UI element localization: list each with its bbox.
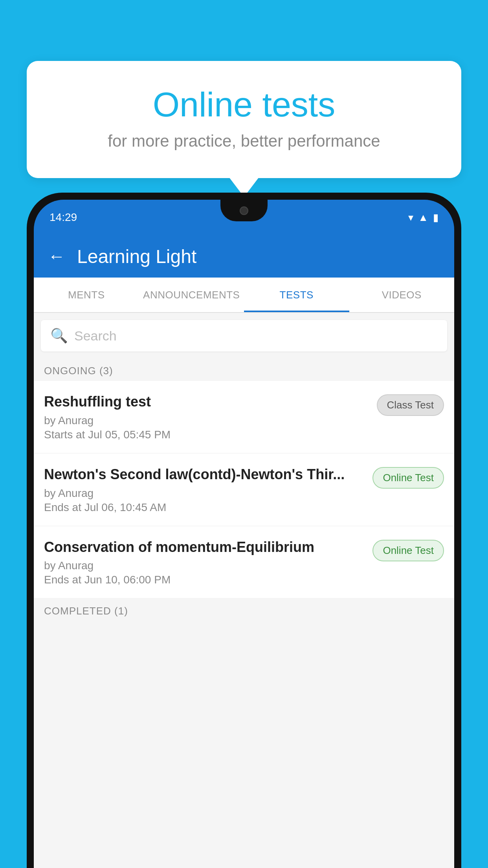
status-bar: 14:29 ▾ ▲ ▮	[34, 200, 454, 235]
test-item[interactable]: Newton's Second law(contd)-Newton's Thir…	[34, 454, 454, 526]
test-time: Starts at Jul 05, 05:45 PM	[44, 428, 369, 441]
content-area: 🔍 Search ONGOING (3) Reshuffling test by…	[34, 313, 454, 868]
test-by: by Anurag	[44, 559, 365, 572]
back-button[interactable]: ←	[48, 248, 65, 265]
phone-inner: 14:29 ▾ ▲ ▮ ← Learning Light MENTS ANNOU…	[34, 200, 454, 868]
app-title: Learning Light	[77, 246, 196, 267]
test-badge: Class Test	[377, 394, 444, 416]
test-info: Newton's Second law(contd)-Newton's Thir…	[44, 465, 372, 514]
test-item[interactable]: Reshuffling test by Anurag Starts at Jul…	[34, 381, 454, 453]
test-info: Conservation of momentum-Equilibrium by …	[44, 538, 372, 587]
test-name: Reshuffling test	[44, 393, 369, 411]
notch	[220, 200, 268, 221]
wifi-icon: ▾	[408, 211, 413, 224]
bubble-subtitle: for more practice, better performance	[46, 132, 442, 151]
status-time: 14:29	[50, 211, 77, 224]
app-bar: ← Learning Light	[34, 235, 454, 278]
test-by: by Anurag	[44, 487, 365, 500]
tab-bar: MENTS ANNOUNCEMENTS TESTS VIDEOS	[34, 278, 454, 313]
test-badge: Online Test	[372, 540, 444, 561]
test-badge: Online Test	[372, 467, 444, 489]
tab-announcements[interactable]: ANNOUNCEMENTS	[139, 278, 244, 312]
search-icon: 🔍	[50, 327, 68, 344]
search-bar[interactable]: 🔍 Search	[41, 320, 447, 351]
ongoing-section-header: ONGOING (3)	[34, 359, 454, 381]
phone-frame: 14:29 ▾ ▲ ▮ ← Learning Light MENTS ANNOU…	[27, 193, 461, 868]
promo-bubble: Online tests for more practice, better p…	[27, 61, 461, 178]
battery-icon: ▮	[433, 211, 438, 224]
test-time: Ends at Jul 06, 10:45 AM	[44, 501, 365, 514]
test-by: by Anurag	[44, 414, 369, 427]
bubble-title: Online tests	[46, 85, 442, 125]
test-item[interactable]: Conservation of momentum-Equilibrium by …	[34, 526, 454, 598]
camera	[240, 206, 248, 215]
completed-section-header: COMPLETED (1)	[34, 599, 454, 621]
test-name: Newton's Second law(contd)-Newton's Thir…	[44, 465, 365, 484]
tab-tests[interactable]: TESTS	[244, 278, 349, 312]
status-icons: ▾ ▲ ▮	[408, 211, 438, 224]
test-name: Conservation of momentum-Equilibrium	[44, 538, 365, 557]
test-info: Reshuffling test by Anurag Starts at Jul…	[44, 393, 377, 441]
test-time: Ends at Jun 10, 06:00 PM	[44, 574, 365, 586]
signal-icon: ▲	[418, 211, 428, 224]
tab-videos[interactable]: VIDEOS	[349, 278, 455, 312]
search-placeholder: Search	[74, 328, 117, 344]
tab-ments[interactable]: MENTS	[34, 278, 139, 312]
